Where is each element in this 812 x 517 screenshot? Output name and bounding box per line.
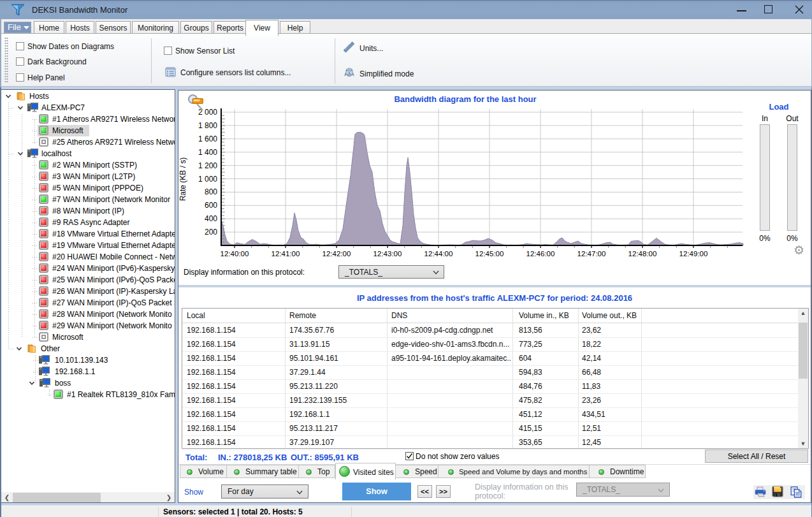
svg-text:1 400: 1 400 <box>198 148 217 157</box>
svg-text:400: 400 <box>205 214 217 223</box>
svg-text:200: 200 <box>205 228 217 237</box>
svg-text:1 800: 1 800 <box>198 121 217 130</box>
svg-text:1 000: 1 000 <box>198 175 217 184</box>
svg-text:600: 600 <box>205 201 217 210</box>
svg-text:12:43:00: 12:43:00 <box>373 250 402 258</box>
svg-text:12:42:00: 12:42:00 <box>323 250 351 258</box>
svg-text:800: 800 <box>205 187 217 196</box>
svg-text:12:46:00: 12:46:00 <box>526 250 555 258</box>
svg-text:12:41:00: 12:41:00 <box>272 250 300 258</box>
svg-text:12:48:00: 12:48:00 <box>628 250 657 258</box>
svg-text:12:49:00: 12:49:00 <box>679 250 708 258</box>
svg-text:12:45:00: 12:45:00 <box>475 250 504 258</box>
svg-text:12:40:00: 12:40:00 <box>221 250 249 258</box>
svg-text:12:44:00: 12:44:00 <box>424 250 453 258</box>
svg-text:1 600: 1 600 <box>198 135 217 143</box>
svg-text:12:47:00: 12:47:00 <box>577 250 606 258</box>
svg-text:Rate (KB / s): Rate (KB / s) <box>178 157 187 201</box>
svg-text:1 200: 1 200 <box>198 161 217 170</box>
